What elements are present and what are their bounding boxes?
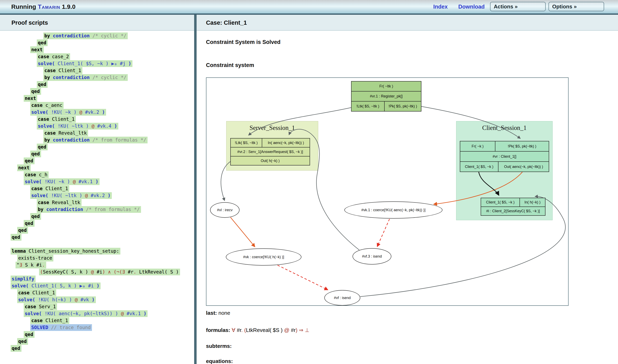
text-segment: /* from formulas */ [90,137,146,143]
proof-script-line[interactable]: qed [11,213,194,220]
actions-button[interactable]: Actions » [490,2,546,11]
text-segment: by [44,137,53,143]
text-segment: #r [289,327,296,333]
text-segment: solve( [38,61,58,66]
highlight: qed [37,143,48,150]
text-segment: Client_1 [58,68,81,73]
text-segment: by [44,75,53,80]
proof-script-line[interactable]: solve( Client_1( $S, ~k ) ▶₀ #j ) [11,60,194,67]
text-segment: S k #i [22,262,42,268]
text-segment: next [31,47,42,52]
text-segment: contradiction [46,207,83,212]
proof-script-line[interactable]: qed [11,88,194,95]
text-segment: next [18,165,29,170]
proof-script-line[interactable]: solve( Client_1( S, k ) ▶₀ #i ) [11,282,194,289]
text-segment: case [18,290,32,295]
proof-script-line[interactable]: "∃ S k #i. [11,261,194,268]
proof-script-line[interactable]: next [11,46,194,53]
text-segment: !KU( aenc(~k, pk(~ltkS)) ) [45,311,121,316]
text-segment: Serv_1 [39,304,56,309]
text-segment: contradiction [53,33,90,39]
highlight: qed [11,234,21,241]
highlight: qed [30,88,41,95]
nav-link-index[interactable]: Index [433,4,448,10]
proof-script-line[interactable]: qed [11,81,194,88]
proof-script-line[interactable]: lemma Client_session_key_honest_setup: [11,247,194,255]
proof-script-line[interactable]: qed [11,157,194,164]
text-segment: c_aenc [45,103,62,108]
highlight: solve( !KU( aenc(~k, pk(~ltkS)) ) @ #vk.… [24,310,147,317]
proof-script-line[interactable]: case c_h [11,171,194,178]
highlight: solve( !KU( ~k ) @ #vk.1 ) [24,178,100,185]
text-segment: qed [25,158,33,163]
highlight: qed [17,227,28,234]
highlight: simplify [11,275,36,282]
constraint-system-heading: Constraint system [206,62,254,68]
text-segment: Client_1 [32,290,55,295]
highlight: case Client_1 [30,317,69,324]
proof-script-line[interactable]: case Client_1 [11,317,194,324]
highlight: next [17,164,31,171]
text-segment: . [133,269,136,274]
proof-script-line[interactable]: SOLVED // trace found [11,324,194,331]
proof-script-line[interactable]: qed [11,227,194,234]
proof-script-line[interactable]: case Client_1 [11,289,194,296]
text-segment: next [25,96,36,101]
highlight: by contradiction /* cyclic */ [43,74,128,81]
proof-script-line[interactable]: qed [11,331,194,338]
options-button[interactable]: Options » [549,2,604,11]
highlight: qed [24,220,35,227]
proof-script-line[interactable]: next [11,95,194,102]
proof-script-line[interactable]: case Reveal_ltk [11,199,194,206]
text-segment: by [38,207,46,212]
proof-script-line[interactable]: solve( !KU( ~k ) @ #vk.1 ) [11,178,194,185]
text-segment: ) [94,283,100,288]
highlight: solve( !KU( ~ltk ) @ #vk.4 ) [37,123,118,130]
proof-script-line[interactable]: solve( !KU( h(~k) ) @ #vk ) [11,296,194,303]
nav-link-download[interactable]: Download [458,4,485,10]
proof-script-line[interactable]: solve( !KU( ~ltk ) @ #vk.2 ) [11,192,194,199]
proof-script-line[interactable]: by contradiction /* cyclic */ [11,32,194,39]
proof-script-line[interactable]: exists-trace [11,255,194,261]
proof-script-line[interactable]: qed [11,220,194,227]
text-segment: #vk.2 [82,109,99,115]
proof-script-line[interactable]: qed [11,143,194,150]
proof-script-line[interactable]: solve( !KU( ~k ) @ #vk.2 ) [11,109,194,116]
proof-script-line[interactable]: qed [11,234,194,241]
text-segment: ( [244,327,246,333]
proof-script-line[interactable]: by contradiction /* cyclic */ [11,74,194,81]
proof-script-line[interactable]: case Serv_1 [11,303,194,310]
app-version: 1.9.0 [62,3,76,10]
text-segment: . [241,327,243,333]
proof-script-line[interactable]: case c_aenc [11,102,194,109]
proof-script-line[interactable]: case Reveal_ltk [11,130,194,136]
formulas-row: formulas: ∀ #r. (LtkReveal( $S ) @ #r) ⇒… [206,327,309,333]
proof-script-line[interactable]: solve( !KU( aenc(~k, pk(~ltkS)) ) @ #vk.… [11,310,194,317]
text-segment: SessKeyC( S, k ) [43,269,91,274]
proof-script-line[interactable]: (SessKeyC( S, k ) @ #i) ∧ (¬(∃ #r. LtkRe… [11,268,194,275]
proof-script-line[interactable]: by contradiction /* from formulas */ [11,136,194,143]
proof-script-line[interactable]: next [11,164,194,171]
proof-scripts-panel: Proof scripts by contradiction /* cyclic… [0,15,194,364]
proof-script-line[interactable]: simplify [11,275,194,282]
panel-divider[interactable] [194,15,197,364]
proof-script-line[interactable]: case Client_1 [11,67,194,74]
proof-script-line[interactable]: by contradiction /* from formulas */ [11,206,194,213]
proof-script-line[interactable]: qed [11,338,194,345]
text-segment: ) [89,297,95,302]
text-segment: solve( [31,109,51,115]
app-title-prefix: Running [11,3,36,10]
proof-script-line[interactable]: case Client_1 [11,116,194,123]
proof-script-line[interactable]: qed [11,39,194,46]
proof-script-line[interactable]: qed [11,150,194,157]
text-segment: case_2 [52,54,69,59]
proof-script-line[interactable]: case Client_1 [11,185,194,192]
proof-script-line[interactable]: qed [11,345,194,352]
text-segment: ∀ [232,327,236,333]
proof-script-line[interactable]: solve( !KU( ~ltk ) @ #vk.4 ) [11,123,194,130]
text-segment: @ [121,311,124,316]
highlight: by contradiction /* from formulas */ [43,137,147,143]
text-segment: case [38,200,52,205]
proof-script-line[interactable]: case case_2 [11,53,194,60]
text-segment: Client_session_key_honest_setup: [29,248,119,254]
